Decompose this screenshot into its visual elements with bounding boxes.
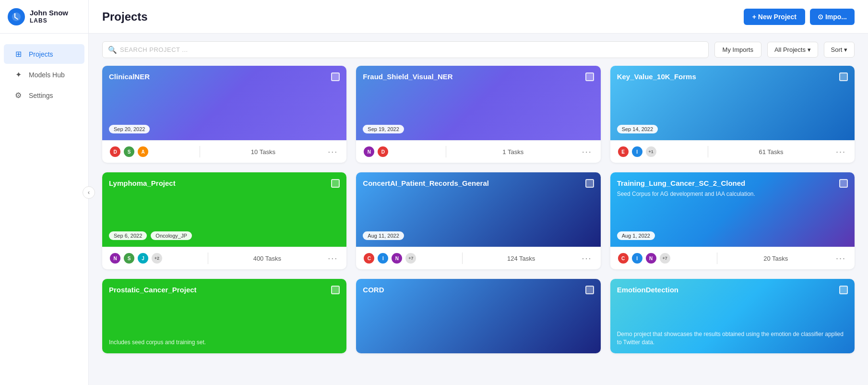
avatar: S bbox=[123, 145, 135, 158]
card-divider bbox=[708, 146, 708, 157]
avatar: D bbox=[109, 145, 121, 158]
card-avatars: EI+1 bbox=[617, 145, 657, 158]
brand-name: John Snow bbox=[30, 9, 68, 17]
card-title: Fraud_Shield_Visual_NER bbox=[363, 72, 594, 81]
tag-date: Aug 1, 2022 bbox=[617, 231, 655, 240]
projects-grid: ClinicalNER Sep 20, 2022 DSA 10 Tasks ··… bbox=[89, 66, 868, 385]
card-more-button[interactable]: ··· bbox=[834, 253, 848, 264]
toolbar: 🔍 My Imports All Projects ▾ Sort ▾ bbox=[89, 34, 868, 66]
search-wrapper: 🔍 bbox=[102, 41, 709, 58]
logo-icon bbox=[8, 8, 25, 25]
import-button[interactable]: ⊙ Impo... bbox=[810, 9, 855, 25]
logo-area: John Snow LABS bbox=[0, 0, 88, 34]
card-more-button[interactable]: ··· bbox=[326, 253, 340, 264]
card-title: EmotionDetection bbox=[617, 286, 848, 294]
card-checkbox[interactable] bbox=[331, 179, 340, 188]
card-more-button[interactable]: ··· bbox=[580, 147, 594, 157]
avatar: N bbox=[363, 145, 375, 158]
all-projects-dropdown[interactable]: All Projects ▾ bbox=[767, 42, 818, 58]
avatar: I bbox=[631, 145, 643, 158]
tag-date: Aug 11, 2022 bbox=[363, 231, 404, 240]
card-description: Demo project that showcases the results … bbox=[617, 330, 848, 347]
project-card-key-value[interactable]: Key_Value_10K_Forms Sep 14, 2022 EI+1 61… bbox=[610, 66, 855, 163]
avatar: I bbox=[631, 252, 643, 265]
card-avatars: ND bbox=[363, 145, 389, 158]
card-more-button[interactable]: ··· bbox=[326, 147, 340, 157]
avatar-more: +2 bbox=[151, 252, 163, 265]
card-checkbox[interactable] bbox=[585, 179, 594, 188]
card-title: CORD bbox=[363, 286, 594, 294]
card-checkbox[interactable] bbox=[839, 179, 848, 188]
project-card-clinical-ner[interactable]: ClinicalNER Sep 20, 2022 DSA 10 Tasks ··… bbox=[102, 66, 346, 163]
sort-dropdown[interactable]: Sort ▾ bbox=[824, 42, 855, 58]
project-card-concertai[interactable]: ConcertAI_Patient_Records_General Aug 11… bbox=[356, 172, 600, 269]
card-image: Lymphoma_Project Sep 6, 2022 Oncology_JP bbox=[102, 172, 346, 247]
avatar: N bbox=[645, 252, 657, 265]
card-more-button[interactable]: ··· bbox=[580, 253, 594, 264]
card-avatars: CIN+7 bbox=[617, 252, 671, 265]
project-card-emotion-detection[interactable]: EmotionDetection Demo project that showc… bbox=[610, 279, 855, 353]
card-checkbox[interactable] bbox=[585, 286, 594, 294]
sidebar-nav: ⊞ Projects ✦ Models Hub ⚙ Settings bbox=[0, 34, 88, 385]
avatar: C bbox=[617, 252, 630, 265]
card-divider bbox=[200, 146, 200, 157]
main-content: Projects + New Project ⊙ Impo... 🔍 My Im… bbox=[89, 0, 868, 385]
card-checkbox[interactable] bbox=[331, 286, 340, 294]
project-card-lymphoma[interactable]: Lymphoma_Project Sep 6, 2022 Oncology_JP… bbox=[102, 172, 346, 269]
card-description: Seed Corpus for AG development and IAA c… bbox=[617, 190, 848, 198]
card-image: ConcertAI_Patient_Records_General Aug 11… bbox=[356, 172, 600, 247]
my-imports-button[interactable]: My Imports bbox=[714, 42, 761, 58]
sidebar-label-projects: Projects bbox=[29, 50, 53, 58]
card-footer: EI+1 61 Tasks ··· bbox=[610, 140, 855, 163]
card-tags: Sep 19, 2022 bbox=[363, 125, 594, 133]
avatar: S bbox=[123, 252, 135, 265]
card-image: CORD bbox=[356, 279, 600, 353]
avatar: N bbox=[109, 252, 121, 265]
tag-date: Sep 14, 2022 bbox=[617, 125, 658, 133]
card-checkbox[interactable] bbox=[585, 72, 594, 81]
card-tags: Aug 11, 2022 bbox=[363, 231, 594, 240]
sidebar-item-settings[interactable]: ⚙ Settings bbox=[4, 85, 84, 105]
projects-icon: ⊞ bbox=[13, 49, 23, 59]
card-tasks: 400 Tasks bbox=[253, 255, 281, 262]
avatar-more: +7 bbox=[404, 252, 417, 265]
page-header: Projects + New Project ⊙ Impo... bbox=[89, 0, 868, 34]
card-divider bbox=[462, 253, 463, 264]
sidebar-label-models-hub: Models Hub bbox=[29, 71, 65, 79]
sidebar: John Snow LABS ⊞ Projects ✦ Models Hub ⚙… bbox=[0, 0, 89, 385]
card-title: Prostatic_Cancer_Project bbox=[109, 286, 340, 294]
new-project-button[interactable]: + New Project bbox=[744, 9, 805, 25]
project-card-training-lung[interactable]: Training_Lung_Cancer_SC_2_Cloned Seed Co… bbox=[610, 172, 855, 269]
project-card-fraud-shield[interactable]: Fraud_Shield_Visual_NER Sep 19, 2022 ND … bbox=[356, 66, 600, 163]
avatar-more: +1 bbox=[645, 145, 657, 158]
card-more-button[interactable]: ··· bbox=[834, 147, 848, 157]
search-input[interactable] bbox=[102, 41, 709, 58]
avatar: J bbox=[137, 252, 149, 265]
card-checkbox[interactable] bbox=[839, 72, 848, 81]
models-hub-icon: ✦ bbox=[13, 70, 23, 79]
sidebar-collapse-button[interactable]: ‹ bbox=[83, 186, 95, 199]
card-image: Key_Value_10K_Forms Sep 14, 2022 bbox=[610, 66, 855, 140]
sidebar-item-models-hub[interactable]: ✦ Models Hub bbox=[4, 65, 84, 84]
card-checkbox[interactable] bbox=[331, 72, 340, 81]
tag-date: Sep 19, 2022 bbox=[363, 125, 404, 133]
card-description: Includes seed corpus and training set. bbox=[109, 338, 340, 347]
avatar-more: +7 bbox=[659, 252, 671, 265]
sidebar-label-settings: Settings bbox=[29, 92, 53, 99]
card-divider bbox=[446, 146, 446, 157]
avatar: A bbox=[137, 145, 149, 158]
card-checkbox[interactable] bbox=[839, 286, 848, 294]
card-avatars: CIN+7 bbox=[363, 252, 417, 265]
card-footer: NSJ+2 400 Tasks ··· bbox=[102, 247, 346, 269]
card-image: Fraud_Shield_Visual_NER Sep 19, 2022 bbox=[356, 66, 600, 140]
project-card-prostatic[interactable]: Prostatic_Cancer_Project Includes seed c… bbox=[102, 279, 346, 353]
card-title: ClinicalNER bbox=[109, 72, 340, 81]
card-title: Lymphoma_Project bbox=[109, 179, 340, 187]
sidebar-item-projects[interactable]: ⊞ Projects bbox=[4, 44, 84, 64]
header-actions: + New Project ⊙ Impo... bbox=[744, 9, 855, 25]
card-title: ConcertAI_Patient_Records_General bbox=[363, 179, 594, 187]
card-image: ClinicalNER Sep 20, 2022 bbox=[102, 66, 346, 140]
card-footer: CIN+7 20 Tasks ··· bbox=[610, 247, 855, 269]
avatar: D bbox=[377, 145, 389, 158]
project-card-cord[interactable]: CORD bbox=[356, 279, 600, 353]
